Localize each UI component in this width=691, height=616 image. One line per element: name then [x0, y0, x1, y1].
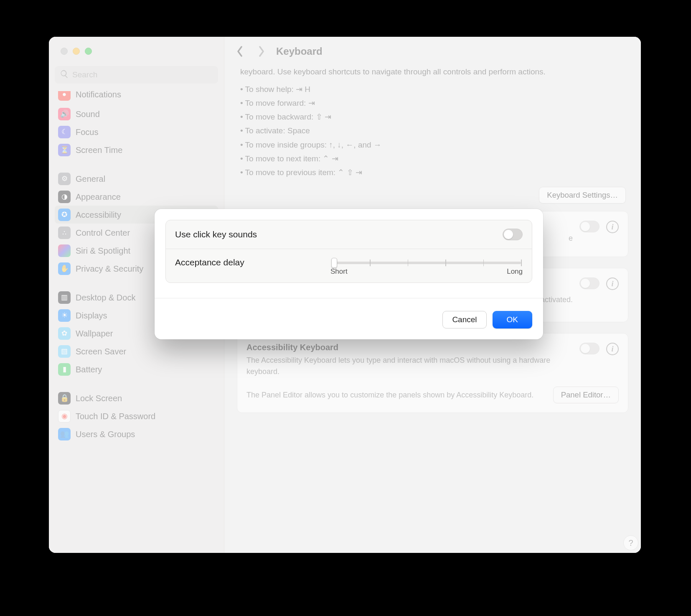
slider-min-label: Short	[330, 267, 348, 276]
acceptance-delay-label: Acceptance delay	[175, 257, 330, 267]
slider-thumb[interactable]	[331, 258, 337, 268]
slider-max-label: Long	[507, 267, 523, 276]
acceptance-delay-slider[interactable]: Short Long	[330, 257, 523, 276]
click-sounds-toggle[interactable]	[503, 229, 523, 240]
cancel-button[interactable]: Cancel	[442, 311, 486, 328]
slow-keys-options-sheet: Use click key sounds Acceptance delay	[155, 209, 543, 339]
slider-track[interactable]	[332, 262, 521, 264]
ok-button[interactable]: OK	[493, 311, 532, 328]
click-sounds-label: Use click key sounds	[175, 229, 503, 239]
